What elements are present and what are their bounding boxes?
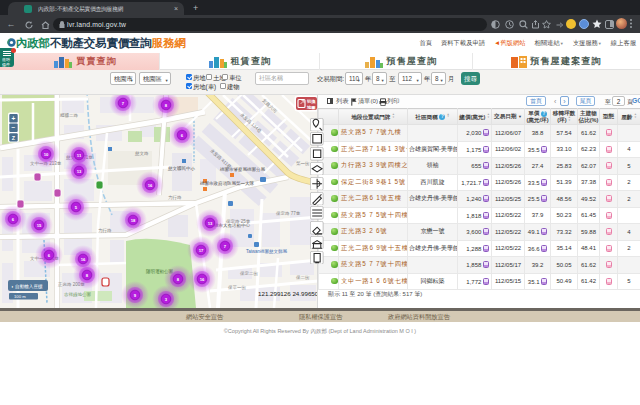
svg-text:11: 11 [77, 153, 82, 158]
svg-text:121.299126 24.996500: 121.299126 24.996500 [258, 290, 318, 297]
svg-text:17: 17 [199, 248, 204, 253]
svg-text:16: 16 [200, 277, 205, 282]
svg-text:16: 16 [81, 257, 86, 262]
svg-text:力行路: 力行路 [168, 195, 182, 200]
svg-text:切換: 切換 [306, 99, 316, 104]
svg-text:13: 13 [208, 221, 213, 226]
svg-text:吉祥綠地公園: 吉祥綠地公園 [64, 292, 91, 297]
svg-text:10: 10 [44, 152, 49, 157]
svg-text:慈文路: 慈文路 [134, 151, 149, 156]
svg-text:地圖: 地圖 [306, 105, 316, 110]
svg-text:+: + [12, 115, 16, 122]
svg-text:保定路 77巷: 保定路 77巷 [275, 211, 301, 216]
svg-text:力行路: 力行路 [98, 228, 112, 233]
svg-text:慈文國民中小: 慈文國民中小 [167, 166, 196, 171]
svg-text:13: 13 [77, 169, 82, 174]
svg-text:100 m: 100 m [14, 294, 26, 299]
svg-text:Taiwan桃園慈文郵局: Taiwan桃園慈文郵局 [246, 249, 288, 254]
svg-text:桃園市警察局桃園分局: 桃園市警察局桃園分局 [219, 167, 266, 172]
svg-text:−: − [12, 124, 16, 131]
svg-text:18: 18 [131, 218, 136, 223]
svg-text:經國二路: 經國二路 [60, 112, 79, 118]
svg-text:16: 16 [148, 183, 153, 188]
svg-text:桃園市政府消防局第一大隊: 桃園市政府消防局第一大隊 [199, 180, 255, 186]
svg-text:15: 15 [37, 223, 42, 228]
